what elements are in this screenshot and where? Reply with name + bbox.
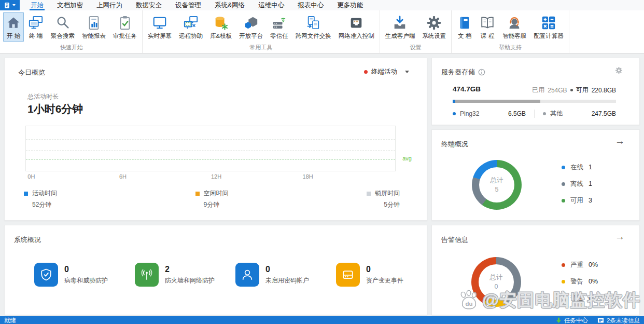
tab-doc-encryption[interactable]: 文档加密 — [50, 0, 90, 10]
ribbon-button-terminal[interactable]: 终 端 — [25, 12, 47, 42]
shield-check-icon — [34, 263, 58, 287]
ribbon-button-smart-support[interactable]: 智能客服 — [499, 12, 529, 42]
stat-label: 未启用密码帐户 — [265, 276, 309, 285]
system-stats: 0病毒和威胁防护 2防火墙和网络防护 0未启用密码帐户 — [34, 263, 416, 287]
ribbon-button-system-settings[interactable]: 系统设置 — [419, 12, 449, 42]
stat-label: 病毒和威胁防护 — [64, 276, 108, 285]
ribbon-button-approval-tasks[interactable]: 审批任务 — [110, 12, 140, 42]
storage-usage: 已用 254GB 可用 220.8GB — [532, 86, 616, 95]
stat-accounts-without-password[interactable]: 0未启用密码帐户 — [235, 263, 336, 287]
ribbon-button-config-calculator[interactable]: 配置计算器 — [530, 12, 567, 42]
ribbon-label-generate-client: 生成客户端 — [385, 32, 415, 40]
download-arrow-icon — [556, 317, 562, 323]
panel-server-storage: 服务器存储 474.7GB 已用 254GB 可用 220.8GB — [431, 58, 640, 125]
ribbon-label-cross-network-file-exchange: 跨网文件交换 — [296, 32, 331, 40]
alerts-legend: 严重 0% 警告 0% 普通 0% — [562, 256, 598, 306]
ribbon-group-help-support: 文 档 课 程 智能客服 — [452, 10, 569, 53]
tab-data-security[interactable]: 数据安全 — [129, 0, 169, 10]
legend-label: 其他 — [550, 109, 563, 118]
alerts-donut-chart: 总计 0 — [471, 257, 521, 307]
platform-icon — [243, 15, 259, 31]
message-icon — [597, 317, 604, 323]
legend-label: 可用 — [570, 196, 583, 205]
storage-legend: Ping32 6.5GB 其他 247.5GB — [453, 109, 616, 118]
storage-bar-segment — [455, 100, 540, 103]
legend-lock-time: 锁屏时间 5分钟 — [367, 189, 400, 209]
task-center-button[interactable]: 任务中心 — [556, 317, 588, 324]
ribbon-group-quick-start: 开 始 终 端 聚合搜索 — [1, 10, 143, 53]
ribbon-label-library-templates: 库&模板 — [210, 32, 232, 40]
tab-system-network[interactable]: 系统&网络 — [208, 0, 251, 10]
ribbon-button-smart-report[interactable]: 智能报表 — [79, 12, 109, 42]
tick-12h: 12H — [211, 173, 221, 180]
storage-settings-gear-icon[interactable] — [615, 66, 623, 76]
tab-more-features[interactable]: 更多功能 — [330, 0, 370, 10]
tab-start[interactable]: 开始 — [24, 0, 50, 10]
legend-online: 在线 1 — [562, 159, 592, 176]
legend-dot-icon — [543, 112, 546, 115]
unread-messages-button[interactable]: 2条未读信息 — [597, 317, 640, 324]
ribbon-button-cross-network-file-exchange[interactable]: 跨网文件交换 — [292, 12, 334, 42]
stat-label: 资产变更事件 — [366, 276, 403, 285]
tab-ops-center[interactable]: 运维中心 — [251, 0, 291, 10]
legend-value: 0% — [589, 294, 598, 302]
ribbon-group-common-tools: 实时屏幕 远程协助 库&模板 — [143, 10, 380, 53]
ribbon-button-aggregate-search[interactable]: 聚合搜索 — [48, 12, 78, 42]
total-activity-label: 总活动时长 — [27, 92, 59, 101]
legend-active-time: 活动时间 52分钟 — [24, 189, 57, 209]
ribbon-button-courses[interactable]: 课 程 — [477, 12, 498, 42]
tab-report-center[interactable]: 报表中心 — [291, 0, 330, 10]
ribbon-label-courses: 课 程 — [481, 32, 494, 40]
ribbon-button-open-platform[interactable]: 开放平台 — [236, 12, 266, 42]
tab-internet-behavior[interactable]: 上网行为 — [90, 0, 129, 10]
tab-device-management[interactable]: 设备管理 — [169, 0, 208, 10]
activity-legend: 活动时间 52分钟 空闲时间 9分钟 锁屏时间 5分钟 — [24, 189, 400, 209]
legend-dot-icon — [562, 182, 565, 186]
legend-value: 0% — [589, 261, 598, 268]
ribbon-button-realtime-screen[interactable]: 实时屏幕 — [145, 12, 175, 42]
legend-critical: 严重 0% — [562, 256, 598, 273]
stat-virus-threat-protection[interactable]: 0病毒和威胁防护 — [34, 263, 135, 287]
x-axis-ticks: 0H 6H 12H 18H — [25, 173, 395, 181]
legend-dot-icon — [562, 280, 565, 284]
ribbon-button-generate-client[interactable]: 生成客户端 — [382, 12, 418, 42]
ribbon-button-remote-assist[interactable]: 远程协助 — [176, 12, 206, 42]
gear-icon — [426, 15, 442, 31]
legend-value: 3 — [589, 197, 592, 204]
stat-asset-change-events[interactable]: 0资产变更事件 — [336, 263, 437, 287]
ribbon-button-network-access-control[interactable]: 网络准入控制 — [335, 12, 377, 42]
terminals-icon — [28, 15, 44, 31]
app-menu-button[interactable] — [0, 0, 20, 10]
unread-messages-label: 2条未读信息 — [607, 317, 640, 324]
ribbon-button-start[interactable]: 开 始 — [3, 12, 24, 42]
download-icon — [392, 15, 408, 31]
ribbon-button-library-templates[interactable]: 库&模板 — [207, 12, 235, 42]
donut-center-text: 总计 5 — [472, 160, 522, 210]
storage-usage-bar — [453, 100, 616, 103]
legend-dot-icon — [453, 112, 456, 115]
legend-label: 严重 — [570, 261, 583, 269]
ribbon-button-docs[interactable]: 文 档 — [454, 12, 475, 42]
today-overview-title: 今日概览 — [18, 68, 45, 77]
terminal-detail-arrow-icon[interactable]: → — [615, 136, 625, 146]
ribbon-group-label-quick-start: 快速开始 — [1, 43, 142, 53]
home-icon — [6, 15, 21, 31]
activity-timeline-chart: avg — [25, 126, 396, 171]
activity-filter-dropdown[interactable]: 终端活动 — [364, 68, 409, 76]
ribbon-label-zero-trust: 零信任 — [270, 32, 288, 40]
info-icon[interactable] — [478, 69, 485, 76]
ribbon-button-zero-trust[interactable]: 零信任 — [267, 12, 291, 42]
calculator-icon — [541, 15, 556, 31]
ribbon-group-settings: 生成客户端 系统设置 设置 — [380, 10, 452, 53]
main-content: 今日概览 终端活动 总活动时长 1小时6分钟 avg 0H 6H — [0, 53, 644, 316]
stat-firewall-network-protection[interactable]: 2防火墙和网络防护 — [135, 263, 235, 287]
alert-detail-arrow-icon[interactable]: → — [615, 232, 625, 241]
dot-separator-icon — [570, 89, 573, 91]
ribbon-label-start: 开 始 — [7, 32, 20, 40]
screen-icon — [152, 15, 167, 31]
divider — [534, 110, 535, 118]
legend-swatch-icon — [195, 192, 200, 196]
ribbon-label-open-platform: 开放平台 — [239, 32, 263, 40]
free-value: 220.8GB — [592, 87, 616, 94]
panel-alert-info: 告警信息 → 总计 0 严重 0% 警告 — [431, 225, 640, 315]
